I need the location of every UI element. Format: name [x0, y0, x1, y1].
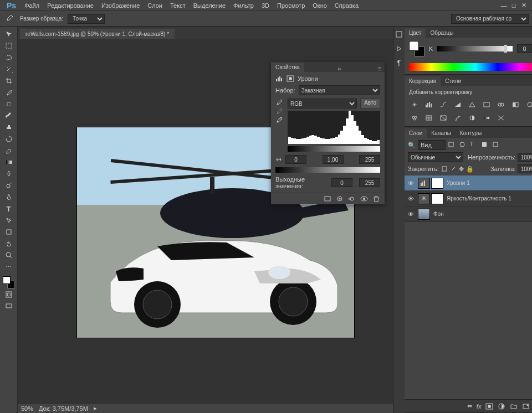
shape-tool-icon[interactable]: [2, 226, 16, 238]
zoom-tool-icon[interactable]: [2, 250, 16, 261]
add-mask-icon[interactable]: [485, 403, 493, 410]
new-adjustment-icon[interactable]: [498, 403, 505, 410]
menu-select[interactable]: Выделение: [190, 2, 229, 9]
tab-swatches[interactable]: Образцы: [426, 28, 458, 38]
menu-3d[interactable]: 3D: [258, 2, 273, 9]
blend-mode-select[interactable]: Обычные: [408, 152, 463, 162]
layer-row[interactable]: 👁 Уровни 1: [405, 175, 532, 191]
k-slider[interactable]: [437, 46, 512, 51]
layer-name[interactable]: Яркость/Контрастность 1: [447, 195, 511, 202]
panel-menu-icon[interactable]: ≡: [375, 65, 385, 72]
screenmode-icon[interactable]: [2, 301, 16, 312]
channelmixer-adj-icon[interactable]: [409, 113, 420, 123]
input-white[interactable]: [359, 155, 380, 164]
hand-tool-icon[interactable]: [2, 238, 16, 249]
lock-brush-icon[interactable]: [450, 166, 457, 172]
black-eyedropper-icon[interactable]: [275, 99, 284, 105]
layer-row[interactable]: 👁 ☀ Яркость/Контрастность 1: [405, 191, 532, 206]
filter-pixel-icon[interactable]: [448, 141, 456, 149]
gradientmap-adj-icon[interactable]: [481, 113, 492, 123]
type-tool-icon[interactable]: T: [2, 203, 16, 214]
vibrance-adj-icon[interactable]: [467, 100, 478, 110]
bw-adj-icon[interactable]: [510, 100, 521, 110]
layer-name[interactable]: Фон: [433, 211, 444, 217]
sample-size-select[interactable]: Точка: [68, 14, 105, 24]
brightness-adj-icon[interactable]: ☀: [409, 100, 420, 110]
eyedropper-tool-icon[interactable]: [2, 87, 16, 98]
menu-file[interactable]: Файл: [21, 2, 43, 9]
levels-adj-icon[interactable]: [423, 100, 434, 110]
channel-select[interactable]: RGB: [288, 99, 357, 109]
path-select-tool-icon[interactable]: [2, 215, 16, 226]
stamp-tool-icon[interactable]: [2, 122, 16, 133]
character-panel-icon[interactable]: ¶: [393, 58, 405, 69]
hue-adj-icon[interactable]: [481, 100, 492, 110]
tab-layers[interactable]: Слои: [405, 128, 427, 138]
doc-tab[interactable]: reWalls.com-1589.jpg @ 50% (Уровни 1, Сл…: [20, 29, 175, 39]
actions-panel-icon[interactable]: [393, 43, 405, 54]
reset-icon[interactable]: [348, 195, 356, 202]
menu-view[interactable]: Просмотр: [273, 2, 309, 9]
visibility-icon[interactable]: 👁: [407, 211, 415, 218]
toggle-visibility-icon[interactable]: [360, 195, 368, 202]
brush-tool-icon[interactable]: [2, 110, 16, 121]
exposure-adj-icon[interactable]: [452, 100, 463, 110]
blur-tool-icon[interactable]: [2, 168, 16, 179]
marquee-tool-icon[interactable]: [2, 40, 16, 51]
output-white[interactable]: [359, 178, 380, 187]
lock-transparent-icon[interactable]: [441, 166, 448, 172]
layer-mask-thumb[interactable]: [431, 193, 443, 204]
filter-smart-icon[interactable]: [492, 141, 500, 149]
eyedropper-tool-icon[interactable]: [3, 13, 16, 25]
minimize-icon[interactable]: —: [501, 3, 507, 8]
pen-tool-icon[interactable]: [2, 192, 16, 203]
curves-adj-icon[interactable]: [438, 100, 449, 110]
zoom-value[interactable]: 50%: [21, 405, 33, 412]
layer-mask-thumb[interactable]: [431, 178, 443, 189]
k-value[interactable]: [517, 44, 532, 53]
chevron-right-icon[interactable]: ▸: [94, 405, 97, 412]
crop-tool-icon[interactable]: [2, 75, 16, 86]
fill-value[interactable]: [518, 164, 532, 173]
menu-filter[interactable]: Фильтр: [229, 2, 258, 9]
quickmask-icon[interactable]: [2, 289, 16, 300]
posterize-adj-icon[interactable]: [452, 113, 463, 123]
colorbalance-adj-icon[interactable]: [495, 100, 507, 110]
menu-text[interactable]: Текст: [166, 2, 190, 9]
tab-styles[interactable]: Стили: [441, 76, 466, 86]
edit-toolbar-icon[interactable]: ⋯: [2, 261, 16, 272]
menu-layers[interactable]: Слои: [144, 2, 166, 9]
photofilter-adj-icon[interactable]: [524, 100, 532, 110]
tab-adjustments[interactable]: Коррекция: [405, 76, 441, 86]
filter-shape-icon[interactable]: [481, 141, 489, 149]
workspace-select[interactable]: Основная рабочая среда: [451, 14, 529, 24]
eraser-tool-icon[interactable]: [2, 145, 16, 156]
collapse-icon[interactable]: »: [334, 65, 344, 72]
clip-icon[interactable]: [324, 195, 331, 202]
output-black[interactable]: [331, 178, 352, 187]
view-previous-icon[interactable]: [336, 195, 344, 202]
white-eyedropper-icon[interactable]: [275, 116, 284, 123]
selective-adj-icon[interactable]: [495, 113, 507, 123]
input-gradient[interactable]: [288, 146, 380, 152]
filter-kind-select[interactable]: Вид: [418, 140, 446, 150]
input-gamma[interactable]: [323, 155, 344, 164]
tab-channels[interactable]: Каналы: [427, 128, 456, 138]
lock-move-icon[interactable]: ✥: [459, 166, 464, 173]
link-layers-icon[interactable]: ⇔: [467, 402, 472, 410]
fx-icon[interactable]: fx: [477, 403, 482, 410]
menu-image[interactable]: Изображение: [98, 2, 144, 9]
preset-select[interactable]: Заказная: [299, 85, 380, 95]
tab-color[interactable]: Цвет: [405, 28, 426, 38]
output-gradient[interactable]: [275, 167, 380, 173]
filter-adj-icon[interactable]: [459, 141, 467, 149]
new-group-icon[interactable]: [510, 403, 518, 410]
layer-name[interactable]: Уровни 1: [447, 180, 470, 186]
visibility-icon[interactable]: 👁: [407, 180, 415, 187]
doc-size[interactable]: Док: 3,75M/3,75M: [39, 405, 88, 412]
scrub-icon[interactable]: [275, 156, 282, 163]
trash-icon[interactable]: [372, 195, 380, 202]
visibility-icon[interactable]: 👁: [407, 195, 415, 202]
tab-paths[interactable]: Контуры: [456, 128, 486, 138]
input-black[interactable]: [285, 155, 306, 164]
